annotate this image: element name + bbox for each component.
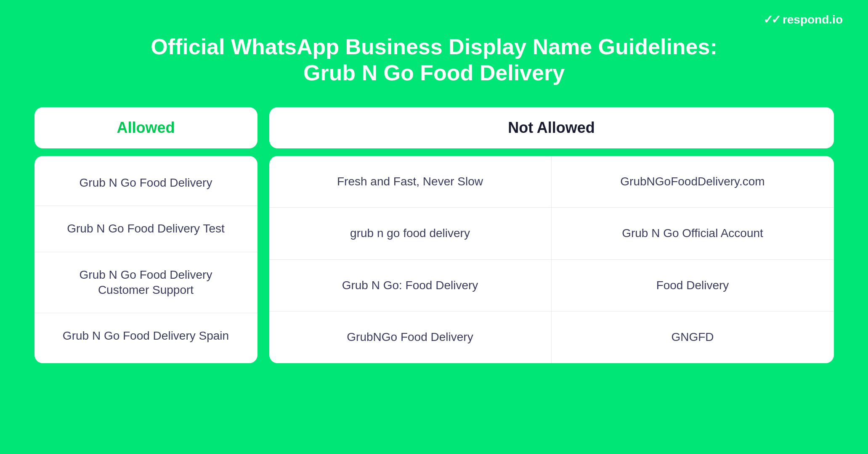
logo-text: respond.io xyxy=(783,13,843,26)
list-item: Grub N Go Food Delivery Spain xyxy=(35,313,257,359)
page-title: Official WhatsApp Business Display Name … xyxy=(151,34,717,86)
list-item: GrubNGoFoodDelivery.com xyxy=(552,156,834,208)
allowed-items-box: Grub N Go Food Delivery Grub N Go Food D… xyxy=(35,156,257,363)
main-content: Allowed Grub N Go Food Delivery Grub N G… xyxy=(35,107,834,363)
list-item: Grub N Go Food Delivery xyxy=(35,160,257,206)
allowed-column: Allowed Grub N Go Food Delivery Grub N G… xyxy=(35,107,257,363)
not-allowed-header: Not Allowed xyxy=(269,107,834,148)
list-item: GrubNGo Food Delivery xyxy=(269,311,552,363)
list-item: Grub N Go Food Delivery Test xyxy=(35,206,257,252)
list-item: Grub N Go Food DeliveryCustomer Support xyxy=(35,252,257,314)
list-item: grub n go food delivery xyxy=(269,208,552,259)
not-allowed-column: Not Allowed Fresh and Fast, Never Slow G… xyxy=(269,107,834,363)
not-allowed-grid: Fresh and Fast, Never Slow GrubNGoFoodDe… xyxy=(269,156,834,363)
allowed-header: Allowed xyxy=(35,107,257,148)
logo-icon: ✓✓ xyxy=(763,13,779,26)
list-item: Fresh and Fast, Never Slow xyxy=(269,156,552,208)
list-item: Food Delivery xyxy=(552,260,834,311)
list-item: GNGFD xyxy=(552,311,834,363)
logo: ✓✓ respond.io xyxy=(763,13,843,26)
list-item: Grub N Go Official Account xyxy=(552,208,834,259)
list-item: Grub N Go: Food Delivery xyxy=(269,260,552,311)
not-allowed-items-box: Fresh and Fast, Never Slow GrubNGoFoodDe… xyxy=(269,156,834,363)
